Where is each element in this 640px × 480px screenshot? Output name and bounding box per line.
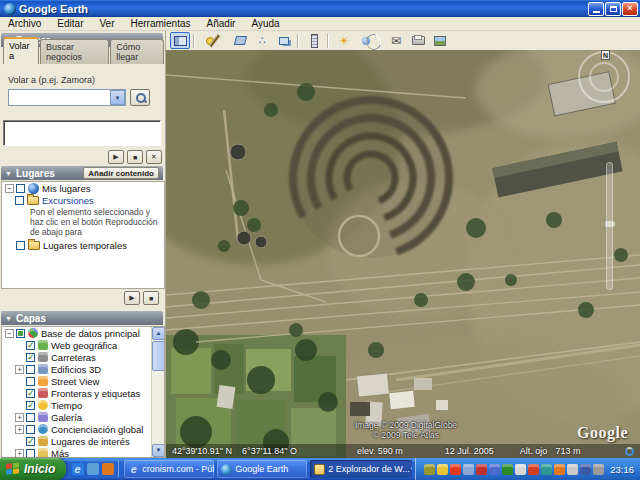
add-placemark-icon[interactable] <box>200 32 220 49</box>
search-button[interactable] <box>130 89 150 106</box>
taskbar-task-button[interactable]: Google Earth <box>217 460 307 478</box>
sightseeing-checkbox[interactable] <box>15 196 24 205</box>
layer-label[interactable]: Carreteras <box>51 352 96 363</box>
layer-checkbox[interactable] <box>26 413 35 422</box>
tray-icon[interactable] <box>567 464 578 475</box>
layers-scrollbar[interactable]: ▲ ▼ <box>151 327 164 457</box>
layer-checkbox[interactable] <box>26 365 35 374</box>
compass-navigation-control[interactable]: N <box>578 51 630 103</box>
layer-label[interactable]: Street View <box>51 376 99 387</box>
layer-checkbox[interactable] <box>26 449 35 458</box>
layer-label[interactable]: Lugares de interés <box>51 436 130 447</box>
stop-tour-button[interactable]: ■ <box>127 150 143 164</box>
save-image-icon[interactable] <box>430 32 450 49</box>
temporary-places-checkbox[interactable] <box>16 241 25 250</box>
layer-checkbox[interactable] <box>26 389 35 398</box>
fly-to-input[interactable]: ▼ <box>8 89 126 106</box>
search-results-list[interactable] <box>3 120 161 146</box>
menu-item[interactable]: Ver <box>91 18 122 29</box>
tree-item-my-places[interactable]: Mis lugares <box>42 183 91 194</box>
scroll-down-icon[interactable]: ▼ <box>152 444 165 457</box>
tray-icon[interactable] <box>437 464 448 475</box>
layers-panel-header[interactable]: ▼ Capas <box>1 311 163 325</box>
layer-label[interactable]: Fronteras y etiquetas <box>51 388 140 399</box>
play-tour-button[interactable]: ▶ <box>108 150 124 164</box>
layer-checkbox[interactable] <box>26 377 35 386</box>
play-tour-button[interactable]: ▶ <box>124 291 140 305</box>
sun-icon[interactable] <box>334 32 354 49</box>
north-indicator[interactable]: N <box>601 50 610 60</box>
sky-icon[interactable] <box>356 32 376 49</box>
tray-icon[interactable] <box>502 464 513 475</box>
tray-icon[interactable] <box>554 464 565 475</box>
expander-icon[interactable]: + <box>15 449 24 458</box>
tray-icon[interactable] <box>489 464 500 475</box>
show-desktop-icon[interactable] <box>87 463 99 475</box>
add-image-overlay-icon[interactable] <box>274 32 294 49</box>
tray-icon[interactable] <box>463 464 474 475</box>
layer-checkbox[interactable] <box>26 425 35 434</box>
menu-item[interactable]: Archivo <box>0 18 49 29</box>
add-path-icon[interactable] <box>252 32 272 49</box>
zoom-slider-handle[interactable] <box>605 221 615 227</box>
tree-item-sightseeing[interactable]: Excursiones <box>42 195 94 206</box>
tab-fly-to[interactable]: Volar a <box>3 37 39 64</box>
menu-item[interactable]: Añadir <box>199 18 244 29</box>
menu-item[interactable]: Herramientas <box>123 18 199 29</box>
tree-item-temporary-places[interactable]: Lugares temporales <box>43 240 127 251</box>
minimize-button[interactable] <box>588 2 604 16</box>
tray-icon[interactable] <box>541 464 552 475</box>
tab-find-businesses[interactable]: Buscar negocios <box>40 39 109 64</box>
stop-tour-button[interactable]: ■ <box>143 291 159 305</box>
menu-item[interactable]: Editar <box>49 18 91 29</box>
internet-explorer-icon[interactable] <box>72 463 84 475</box>
add-content-button[interactable]: Añadir contenido <box>83 167 159 179</box>
menu-item[interactable]: Ayuda <box>243 18 287 29</box>
print-icon[interactable] <box>408 32 428 49</box>
layer-label[interactable]: Edificios 3D <box>51 364 101 375</box>
taskbar-task-button[interactable]: cronism.com - Públic... <box>124 460 214 478</box>
restore-button[interactable] <box>605 2 621 16</box>
my-places-checkbox[interactable] <box>16 184 25 193</box>
combo-dropdown-icon[interactable]: ▼ <box>110 90 125 105</box>
sidebar-toggle-icon[interactable] <box>170 32 190 49</box>
tray-icon[interactable] <box>476 464 487 475</box>
layer-checkbox[interactable] <box>16 329 25 338</box>
zoom-slider[interactable] <box>606 162 613 290</box>
scroll-up-icon[interactable]: ▲ <box>152 327 165 340</box>
tray-icon[interactable] <box>593 464 604 475</box>
start-button[interactable]: Inicio <box>0 458 66 480</box>
layer-label[interactable]: Galería <box>51 412 82 423</box>
layer-checkbox[interactable] <box>26 341 35 350</box>
layer-label[interactable]: Base de datos principal <box>41 328 140 339</box>
layer-label[interactable]: Web geográfica <box>51 340 117 351</box>
scrollbar-thumb[interactable] <box>152 341 165 371</box>
layer-checkbox[interactable] <box>26 437 35 446</box>
map-viewport[interactable]: N Image © 2009 DigitalGlobe © 2009 Tele … <box>166 50 640 458</box>
tray-icon[interactable] <box>528 464 539 475</box>
email-icon[interactable] <box>386 32 406 49</box>
layer-label[interactable]: Más <box>51 448 69 459</box>
ruler-icon[interactable] <box>304 32 324 49</box>
tray-icon[interactable] <box>424 464 435 475</box>
places-panel-header[interactable]: ▼ Lugares Añadir contenido <box>1 166 163 180</box>
expander-icon[interactable]: − <box>5 184 14 193</box>
layer-label[interactable]: Tiempo <box>51 400 82 411</box>
media-player-icon[interactable] <box>102 463 114 475</box>
layer-label[interactable]: Concienciación global <box>51 424 143 435</box>
tray-icon[interactable] <box>515 464 526 475</box>
layer-checkbox[interactable] <box>26 401 35 410</box>
tray-icon[interactable] <box>450 464 461 475</box>
tray-icon[interactable] <box>580 464 591 475</box>
close-button[interactable]: × <box>622 2 638 16</box>
expander-icon[interactable]: + <box>15 365 24 374</box>
add-polygon-icon[interactable] <box>230 32 250 49</box>
clear-results-button[interactable]: ✕ <box>146 150 162 164</box>
tab-directions[interactable]: Cómo llegar <box>110 39 164 64</box>
layer-checkbox[interactable] <box>26 353 35 362</box>
expander-icon[interactable]: − <box>5 329 14 338</box>
title-bar[interactable]: Google Earth × <box>0 0 640 17</box>
expander-icon[interactable]: + <box>15 425 24 434</box>
taskbar-task-button[interactable]: 2 Explorador de W... ▼ <box>310 460 412 478</box>
expander-icon[interactable]: + <box>15 413 24 422</box>
